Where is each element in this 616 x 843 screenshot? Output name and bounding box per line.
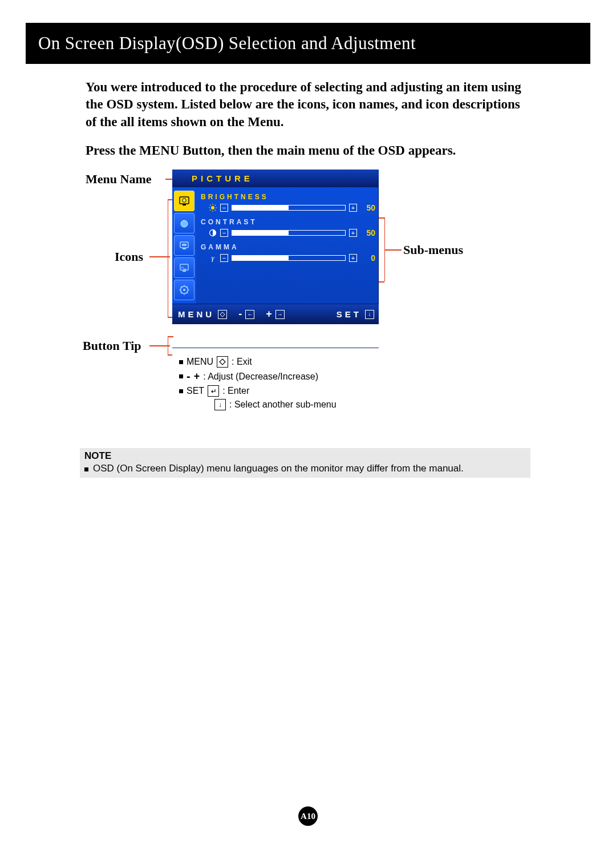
label-menu-name: Menu Name: [86, 172, 151, 187]
svg-rect-2: [183, 204, 186, 205]
press-instruction: Press the MENU Button, then the main men…: [86, 143, 530, 158]
svg-rect-6: [183, 248, 186, 249]
color-icon[interactable]: [174, 213, 194, 233]
gamma-value: 0: [360, 253, 375, 263]
note-heading: NOTE: [80, 448, 530, 464]
osd-diagram: Menu Name Icons Sub-menus Button Tip PIC…: [0, 165, 616, 433]
osd-content: BRIGHTNESS − + 50 CONTRAST: [196, 187, 379, 304]
bullet-icon: [179, 374, 183, 378]
submenu-contrast-row[interactable]: − + 50: [209, 228, 375, 237]
page-number: A10: [298, 806, 318, 826]
bullet-icon: [179, 389, 183, 393]
osd-footer: MENU - ← + → SET ↓: [172, 304, 379, 324]
contrast-value: 50: [360, 228, 375, 237]
tip-menu-row: MENU : Exit: [179, 356, 372, 368]
submenu-gamma-row[interactable]: γ − + 0: [209, 253, 375, 263]
footer-set-button[interactable]: SET ↓: [337, 309, 374, 319]
left-arrow-icon: ←: [245, 310, 254, 319]
bullet-icon: [179, 360, 183, 364]
svg-line-24: [210, 205, 210, 205]
osd-icon-column: [172, 187, 196, 304]
right-arrow-icon: →: [275, 310, 285, 319]
gamma-icon: γ: [209, 254, 217, 262]
label-button-tip: Button Tip: [83, 338, 141, 353]
brightness-icon: [209, 204, 217, 212]
brightness-value: 50: [360, 203, 375, 212]
contrast-icon: [209, 229, 217, 237]
submenu-gamma-label: GAMMA: [201, 243, 375, 251]
picture-icon[interactable]: [174, 191, 194, 211]
label-sub-menus: Sub-menus: [403, 243, 463, 257]
submenu-contrast-label: CONTRAST: [201, 218, 375, 226]
submenu-brightness-row[interactable]: − + 50: [209, 203, 375, 212]
minus-icon: −: [220, 229, 228, 237]
down-arrow-icon: ↓: [365, 310, 374, 319]
svg-point-1: [183, 199, 186, 202]
gamma-slider[interactable]: [232, 255, 346, 261]
note-box: NOTE OSD (On Screen Display) menu langua…: [80, 448, 530, 478]
plus-icon: +: [349, 254, 357, 262]
svg-rect-8: [183, 271, 186, 272]
button-tip-box: MENU : Exit - + : Adjust (Decrease/Incre…: [172, 348, 379, 420]
svg-point-10: [183, 289, 185, 291]
intro-paragraph: You were introduced to the procedure of …: [86, 79, 530, 131]
note-body: OSD (On Screen Display) menu languages o…: [93, 463, 464, 474]
footer-menu-button[interactable]: MENU: [178, 309, 227, 319]
svg-line-27: [215, 205, 216, 205]
tracking-icon[interactable]: [174, 235, 194, 256]
footer-plus-button[interactable]: + →: [266, 308, 285, 320]
svg-line-26: [210, 210, 210, 211]
menu-key-icon: [218, 310, 227, 319]
down-arrow-key-icon: ↓: [214, 399, 226, 410]
enter-key-icon: [208, 385, 219, 397]
submenu-brightness-label: BRIGHTNESS: [201, 193, 375, 201]
bullet-icon: [84, 467, 88, 471]
minus-icon: −: [220, 254, 228, 262]
minus-icon: −: [220, 204, 228, 212]
tip-select-row: ↓ : Select another sub-menu: [214, 399, 372, 410]
page-title: On Screen Display(OSD) Selection and Adj…: [26, 23, 590, 64]
tip-set-row: SET : Enter: [179, 385, 372, 397]
menu-key-icon: [217, 356, 228, 368]
osd-menu-name: PICTURE: [172, 170, 379, 187]
settings-gear-icon[interactable]: [174, 280, 194, 300]
plus-icon: +: [349, 229, 357, 237]
osd-panel: PICTURE: [172, 170, 379, 324]
setup-icon[interactable]: [174, 257, 194, 278]
label-icons: Icons: [115, 249, 143, 264]
contrast-slider[interactable]: [232, 230, 346, 236]
brightness-slider[interactable]: [232, 205, 346, 211]
svg-rect-5: [182, 244, 187, 246]
plus-icon: +: [349, 204, 357, 212]
svg-point-19: [211, 206, 214, 209]
footer-minus-button[interactable]: - ←: [238, 308, 254, 320]
tip-adjust-row: - + : Adjust (Decrease/Increase): [179, 370, 372, 383]
svg-point-3: [181, 220, 188, 227]
svg-line-25: [215, 210, 216, 211]
